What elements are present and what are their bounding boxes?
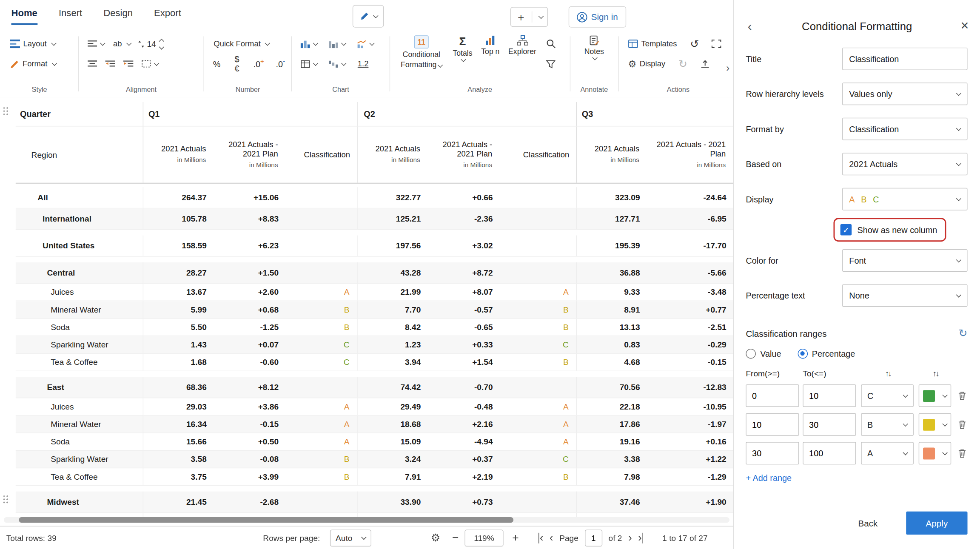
display-button[interactable]: ⚙ Display bbox=[626, 56, 668, 71]
sort-icon[interactable]: ↑↓ bbox=[859, 369, 917, 378]
zoom-in-button[interactable]: + bbox=[512, 526, 518, 549]
range-from-input[interactable] bbox=[746, 384, 799, 407]
title-input[interactable] bbox=[842, 48, 967, 70]
notes-button[interactable]: Notes bbox=[575, 34, 614, 59]
indent-decrease-button[interactable] bbox=[103, 59, 117, 69]
currency-format-button[interactable]: $€ bbox=[231, 53, 243, 74]
table-row[interactable]: Mineral Water16.34-0.15A18.68+2.16A17.86… bbox=[16, 416, 733, 433]
range-from-input[interactable] bbox=[746, 442, 799, 464]
table-row[interactable]: Central28.27+1.5043.28+8.7236.88-5.66 bbox=[16, 262, 733, 284]
decimal-places-button[interactable]: 1.2 bbox=[355, 57, 371, 70]
table-row[interactable]: International105.78+8.83125.21-2.36127.7… bbox=[16, 208, 733, 230]
totals-button[interactable]: Σ Totals bbox=[448, 34, 477, 61]
row-hierarchy-select[interactable]: Values only bbox=[842, 82, 967, 105]
column-header-actuals-q1[interactable]: 2021 Actualsin Millions bbox=[143, 126, 213, 182]
range-to-input[interactable] bbox=[803, 384, 856, 407]
column-header-plan-q3[interactable]: 2021 Actuals - 2021 Planin Millions bbox=[646, 126, 732, 182]
tab-export[interactable]: Export bbox=[154, 8, 181, 25]
range-to-input[interactable] bbox=[803, 442, 856, 464]
table-row[interactable]: Sparkling Water3.58-0.08B3.24+0.37C3.38+… bbox=[16, 451, 733, 468]
last-page-button[interactable]: › bbox=[638, 533, 643, 543]
table-row[interactable]: East68.36+8.1274.42-0.7070.56-12.83 bbox=[16, 377, 733, 398]
sign-in-button[interactable]: Sign in bbox=[569, 6, 626, 28]
range-from-input[interactable] bbox=[746, 413, 799, 436]
redo-button[interactable]: ↻ bbox=[677, 56, 689, 72]
percentage-radio[interactable]: Percentage bbox=[798, 349, 855, 359]
percent-format-button[interactable]: % bbox=[211, 58, 222, 70]
settings-gear-icon[interactable]: ⚙ bbox=[431, 526, 440, 549]
sort-icon[interactable]: ↑↓ bbox=[917, 369, 954, 378]
table-row[interactable]: Tea & Coffee1.68-0.60C3.94+1.54B4.68-0.1… bbox=[16, 354, 733, 371]
table-row[interactable]: Juices29.03+3.86A29.49-0.48A22.18-10.95 bbox=[16, 398, 733, 415]
show-as-new-column-checkbox[interactable]: ✓ bbox=[840, 224, 852, 235]
close-icon[interactable]: × bbox=[961, 19, 969, 32]
format-by-select[interactable]: Classification bbox=[842, 118, 967, 140]
format-button[interactable]: Format bbox=[8, 57, 59, 71]
reset-ranges-icon[interactable]: ↻ bbox=[959, 327, 968, 340]
tab-design[interactable]: Design bbox=[103, 8, 133, 25]
selection-frame-button[interactable] bbox=[709, 38, 723, 49]
waterfall-chart-button[interactable] bbox=[327, 59, 348, 69]
back-button[interactable]: Back bbox=[837, 512, 898, 535]
drag-handle-icon[interactable] bbox=[3, 106, 9, 116]
table-row[interactable]: Mineral Water5.99+0.68B7.70-0.57B8.91+0.… bbox=[16, 301, 733, 319]
column-header-plan-q1[interactable]: 2021 Actuals - 2021 Planin Millions bbox=[213, 126, 285, 182]
table-row[interactable]: Juices13.67+2.60A21.99+8.07A9.33-3.48 bbox=[16, 284, 733, 301]
search-button[interactable] bbox=[544, 37, 558, 50]
column-header-classification-q1[interactable]: Classification bbox=[285, 126, 357, 182]
zoom-level-input[interactable]: 119% bbox=[464, 529, 503, 546]
table-row[interactable]: Sparkling Water1.43+0.07C1.23+0.33C0.83-… bbox=[16, 336, 733, 354]
vertical-align-button[interactable] bbox=[85, 59, 99, 69]
horizontal-align-button[interactable] bbox=[85, 39, 106, 49]
range-to-input[interactable] bbox=[803, 413, 856, 436]
delete-range-button[interactable] bbox=[957, 448, 967, 458]
page-number-input[interactable] bbox=[585, 529, 602, 546]
wrap-text-button[interactable]: ab bbox=[111, 37, 133, 50]
quick-format-button[interactable]: Quick Format bbox=[211, 37, 272, 50]
range-color-select[interactable] bbox=[919, 442, 952, 464]
templates-button[interactable]: Templates bbox=[626, 37, 680, 50]
table-row[interactable]: Soda5.50-1.25B8.42-0.65B13.13-2.51 bbox=[16, 319, 733, 336]
font-size-steppers[interactable] bbox=[160, 39, 164, 48]
table-row[interactable]: Midwest21.45-2.6833.90+0.7337.46+1.90 bbox=[16, 492, 733, 513]
add-element-button[interactable]: ＋ bbox=[510, 7, 548, 27]
undo-button[interactable]: ↺ bbox=[688, 36, 701, 52]
prev-page-button[interactable]: ‹ bbox=[550, 533, 553, 543]
delete-range-button[interactable] bbox=[957, 391, 967, 401]
column-header-actuals-q2[interactable]: 2021 Actualsin Millions bbox=[357, 126, 427, 182]
percentage-text-select[interactable]: None bbox=[842, 284, 967, 307]
explorer-button[interactable]: Explorer bbox=[504, 34, 541, 56]
value-radio[interactable]: Value bbox=[746, 349, 781, 359]
zoom-out-button[interactable]: − bbox=[452, 526, 459, 549]
table-row[interactable]: United States158.59+6.23197.56+3.02195.3… bbox=[16, 236, 733, 257]
range-color-select[interactable] bbox=[919, 413, 952, 436]
indent-increase-button[interactable] bbox=[121, 59, 135, 69]
range-color-select[interactable] bbox=[919, 384, 952, 407]
publish-button[interactable] bbox=[698, 58, 712, 69]
display-abc-select[interactable]: ABC bbox=[842, 188, 967, 210]
layout-button[interactable]: Layout bbox=[8, 37, 58, 50]
drag-handle-icon[interactable] bbox=[3, 495, 9, 504]
chart-type-bars-button[interactable] bbox=[299, 39, 319, 49]
table-view-button[interactable] bbox=[299, 59, 319, 69]
quarter-q3-header[interactable]: Q3 bbox=[576, 102, 732, 126]
table-row[interactable]: Soda15.66+0.50A15.09-4.94A19.16+0.16 bbox=[16, 433, 733, 451]
chart-type-combo-button[interactable] bbox=[355, 39, 376, 49]
tab-home[interactable]: Home bbox=[11, 8, 37, 25]
quarter-corner-header[interactable]: Quarter bbox=[16, 102, 143, 126]
next-page-button[interactable]: › bbox=[628, 533, 632, 543]
column-header-actuals-q3[interactable]: 2021 Actualsin Millions bbox=[576, 126, 646, 182]
borders-button[interactable] bbox=[140, 59, 160, 69]
ribbon-expand-chevron[interactable]: › bbox=[726, 63, 729, 74]
top-n-button[interactable]: Top n bbox=[477, 34, 504, 56]
column-header-plan-q2[interactable]: 2021 Actuals - 2021 Planin Millions bbox=[427, 126, 499, 182]
rows-per-page-select[interactable]: Auto bbox=[330, 529, 371, 546]
add-range-link[interactable]: + Add range bbox=[746, 473, 980, 483]
table-row[interactable]: Tea & Coffee3.75+3.99B7.91+2.19B7.98-1.2… bbox=[16, 468, 733, 486]
delete-range-button[interactable] bbox=[957, 419, 967, 430]
range-class-select[interactable]: B bbox=[861, 413, 914, 436]
first-page-button[interactable]: ‹ bbox=[538, 533, 543, 543]
increase-decimals-button[interactable]: .0+ bbox=[251, 58, 266, 70]
edit-pen-button[interactable] bbox=[353, 5, 384, 28]
region-header[interactable]: Region bbox=[16, 126, 143, 182]
